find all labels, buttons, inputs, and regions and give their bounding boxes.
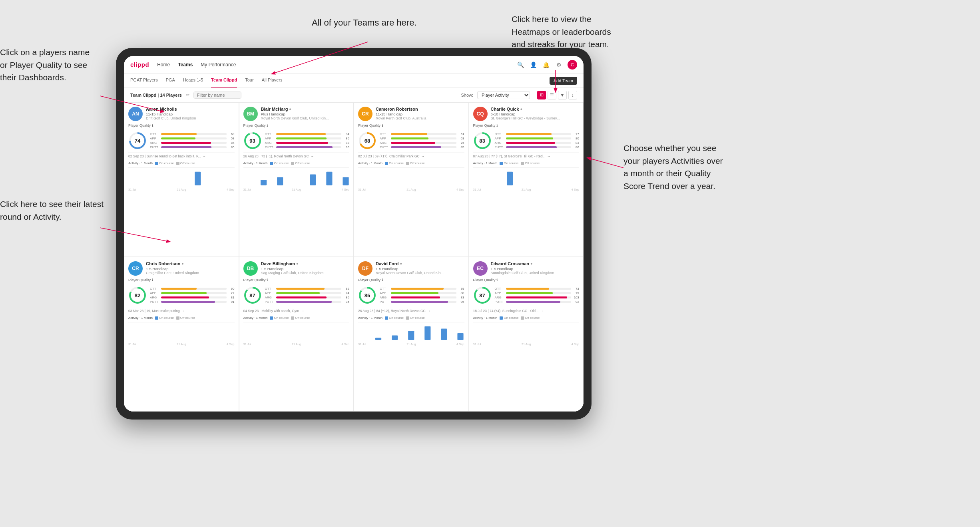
stat-bar [161, 146, 211, 148]
nav-teams[interactable]: Teams [178, 62, 193, 68]
player-avatar: BM [243, 107, 258, 121]
last-round[interactable]: 18 Jul 23 | 74 (+4), Sunningdale GC - Ol… [473, 307, 580, 313]
bell-icon[interactable]: 🔔 [542, 61, 550, 69]
player-name[interactable]: David Ford ● [376, 261, 464, 266]
player-name[interactable]: Blair McHarg ● [261, 107, 350, 111]
stat-bar [391, 292, 438, 294]
quality-label: Player Quality ℹ [128, 123, 235, 127]
chart-date: 31 Jul [243, 342, 251, 346]
stat-bar-bg [276, 133, 342, 135]
activity-title: Activity · 1 Month [128, 161, 153, 165]
stat-value: 91 [228, 300, 235, 304]
last-round[interactable]: 03 Mar 23 | 19, Must make putting → [128, 307, 235, 313]
stat-bar [506, 142, 555, 144]
quality-circle[interactable]: 82 [128, 286, 147, 304]
tab-pgat-players[interactable]: PGAT Players [130, 74, 158, 88]
stat-bar [276, 133, 326, 135]
player-name[interactable]: Cameron Robertson [376, 107, 464, 111]
player-avatar: CQ [473, 107, 488, 121]
stats-grid: OTT 60 APP 58 ARG 84 PUTT 8 [150, 132, 235, 149]
nav-home[interactable]: Home [157, 62, 170, 68]
last-round[interactable]: 26 Aug 23 | 84 (+12), Royal North Devon … [358, 307, 464, 313]
last-round[interactable]: 07 Aug 23 | 77 (+7), St George's Hill GC… [473, 152, 580, 158]
player-handicap: 11-15 Handicap [146, 112, 235, 116]
stat-row: ARG 85 [265, 296, 350, 299]
player-card-2[interactable]: CR Cameron Robertson 11-15 Handicap Roya… [354, 102, 469, 257]
activity-title: Activity · 1 Month [243, 161, 268, 165]
player-avatar: AN [128, 107, 143, 121]
last-round[interactable]: 26 Aug 23 | 73 (+1), Royal North Devon G… [243, 152, 350, 158]
stat-bar-bg [276, 288, 342, 290]
last-round[interactable]: 02 Jul 23 | 59 (+17), Craigmillar Park G… [358, 152, 464, 158]
stat-bar-bg [276, 142, 342, 144]
nav-my-performance[interactable]: My Performance [201, 62, 236, 68]
quality-section: 87 OTT 82 APP 74 ARG 85 [243, 286, 350, 304]
filter-input[interactable] [193, 91, 241, 99]
quality-circle[interactable]: 74 [128, 131, 147, 150]
player-card-4[interactable]: CR Chris Robertson ● 1-5 Handicap Craigm… [124, 257, 239, 412]
player-card-0[interactable]: AN Aaron Nicholls 11-15 Handicap Drift G… [124, 102, 239, 257]
grid-view-button[interactable]: ⊞ [537, 91, 546, 99]
verified-icon: ● [520, 107, 522, 111]
player-card-1[interactable]: BM Blair McHarg ● Plus Handicap Royal No… [239, 102, 354, 257]
player-card-3[interactable]: CQ Charlie Quick ● 6-10 Handicap St. Geo… [469, 102, 584, 257]
quality-circle[interactable]: 85 [358, 286, 376, 304]
player-card-6[interactable]: DF David Ford ● 1-5 Handicap Royal North… [354, 257, 469, 412]
activity-chart [358, 169, 464, 185]
quality-section: 82 OTT 60 APP 77 ARG 81 [128, 286, 235, 304]
quality-circle[interactable]: 93 [243, 131, 262, 150]
stat-row: OTT 89 [380, 287, 464, 290]
stats-grid: OTT 61 APP 63 ARG 75 PUTT 8 [380, 132, 464, 149]
search-icon[interactable]: 🔍 [516, 61, 524, 69]
person-icon[interactable]: 👤 [529, 61, 537, 69]
stat-bar-bg [506, 301, 572, 303]
tab-pga[interactable]: PGA [166, 74, 175, 88]
avatar-icon[interactable]: C [568, 60, 577, 70]
svg-line-33 [588, 158, 623, 168]
player-name[interactable]: Dave Billingham ● [261, 261, 350, 266]
last-round[interactable]: 04 Sep 23 | Mobility with coach, Gym → [243, 307, 350, 313]
svg-rect-8 [326, 172, 332, 185]
stat-value: 89 [458, 287, 464, 290]
edit-icon[interactable]: ✏ [186, 92, 189, 97]
chart-date: 21 Aug [522, 342, 531, 346]
stats-grid: OTT 89 APP 80 ARG 83 PUTT 9 [380, 287, 464, 304]
settings-icon[interactable]: ⚙ [555, 61, 563, 69]
sort-button[interactable]: ↕ [568, 91, 577, 99]
last-round[interactable]: 02 Sep 23 | Sunrise round to get back in… [128, 152, 235, 158]
list-view-button[interactable]: ☰ [548, 91, 556, 99]
quality-circle[interactable]: 87 [243, 286, 262, 304]
stat-label: ARG [150, 296, 159, 299]
stat-row: PUTT 91 [150, 300, 235, 304]
player-club: Craigmillar Park, United Kingdom [146, 271, 235, 275]
last-round-text: 04 Sep 23 | Mobility with coach, Gym [243, 309, 299, 313]
stat-bar [276, 146, 333, 148]
player-card-5[interactable]: DB Dave Billingham ● 1-5 Handicap Sag Ma… [239, 257, 354, 412]
player-name[interactable]: Aaron Nicholls [146, 107, 235, 111]
last-round-arrow: → [202, 154, 206, 158]
quality-circle[interactable]: 83 [473, 131, 492, 150]
stats-grid: OTT 60 APP 77 ARG 81 PUTT 9 [150, 287, 235, 304]
verified-icon: ● [400, 262, 402, 266]
stat-label: ARG [380, 296, 389, 299]
player-card-7[interactable]: EC Edward Crossman ● 1-5 Handicap Sunnin… [469, 257, 584, 412]
tab-all-players[interactable]: All Players [262, 74, 283, 88]
show-select[interactable]: Player Activity Quality Score Trend [477, 91, 530, 99]
chart-date: 31 Jul [128, 342, 136, 346]
quality-circle[interactable]: 87 [473, 286, 492, 304]
player-name[interactable]: Edward Crossman ● [491, 261, 580, 266]
player-header: CR Cameron Robertson 11-15 Handicap Roya… [358, 107, 464, 121]
stats-grid: OTT 82 APP 74 ARG 85 PUTT 9 [265, 287, 350, 304]
filter-button[interactable]: ▼ [558, 91, 567, 99]
player-name[interactable]: Charlie Quick ● [491, 107, 580, 111]
add-team-button[interactable]: Add Team [550, 77, 577, 85]
tab-team-clippd[interactable]: Team Clippd [211, 74, 237, 88]
player-handicap: 1-5 Handicap [491, 266, 580, 271]
tab-hcaps[interactable]: Hcaps 1-5 [183, 74, 203, 88]
player-name[interactable]: Chris Robertson ● [146, 261, 235, 266]
stat-bar-bg [161, 301, 227, 303]
tab-tour[interactable]: Tour [245, 74, 253, 88]
stat-row: PUTT 85 [150, 145, 235, 149]
quality-circle[interactable]: 68 [358, 131, 376, 150]
stat-value: 63 [458, 137, 464, 140]
